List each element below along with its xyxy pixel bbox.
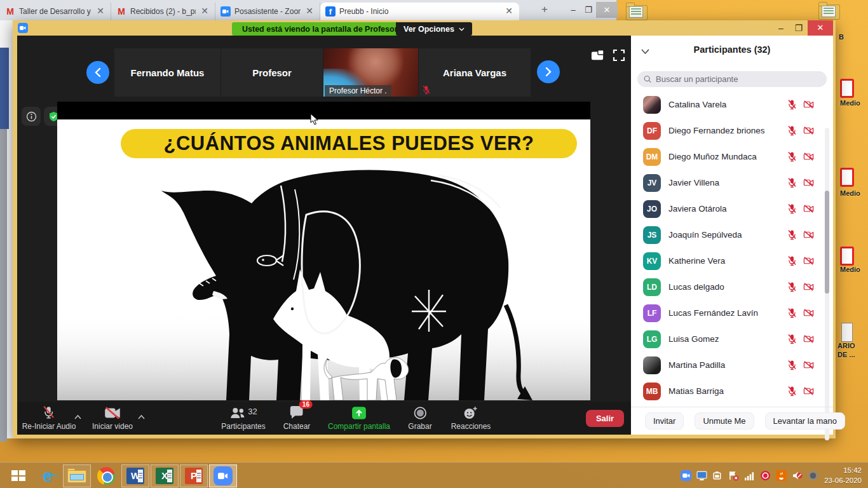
- filmstrip-previous-button[interactable]: [86, 61, 109, 84]
- zoom-minimize-button[interactable]: –: [772, 23, 790, 33]
- fullscreen-icon[interactable]: [613, 50, 625, 61]
- participant-row[interactable]: MBMatias Barriga: [631, 378, 823, 404]
- participant-row[interactable]: KVKatherine Vera: [631, 248, 823, 274]
- participant-status-icons: [787, 203, 814, 214]
- toolbar-chat-button[interactable]: 16Chatear: [283, 405, 311, 431]
- chevron-up-icon: [74, 415, 81, 419]
- participant-row[interactable]: LFLucas Fernández Lavín: [631, 300, 823, 326]
- java-tray-icon[interactable]: [776, 470, 787, 481]
- toolbar-cam-off-button[interactable]: Iniciar video: [92, 405, 133, 431]
- toolbar-chevron-up[interactable]: [74, 410, 81, 415]
- antivirus-tray-icon[interactable]: [760, 470, 771, 481]
- zoom-maximize-button[interactable]: ❐: [790, 23, 808, 33]
- mic-off-icon: [787, 308, 797, 318]
- participant-name: Diego Fernandez briones: [668, 126, 787, 135]
- tab-close-icon[interactable]: ✕: [504, 6, 514, 17]
- desktop-document-icon[interactable]: [840, 247, 854, 266]
- invite-button[interactable]: Invitar: [645, 412, 684, 430]
- desktop-document-icon[interactable]: [840, 168, 854, 187]
- toolbar-mic-off-button[interactable]: Re-Iniciar Audio: [22, 405, 76, 431]
- participant-name: Javier Villena: [668, 178, 787, 187]
- desktop-folder-icon[interactable]: [626, 3, 648, 20]
- taskbar-file-explorer-button[interactable]: [63, 464, 91, 487]
- filmstrip-next-button[interactable]: [537, 60, 560, 83]
- chevron-up-icon: [138, 415, 145, 419]
- taskbar-word-button[interactable]: W: [121, 464, 149, 487]
- browser-tab[interactable]: MTaller de Desarrollo y Potenci✕: [0, 3, 111, 20]
- mic-off-icon: [787, 229, 797, 240]
- desktop-document-icon[interactable]: [840, 79, 854, 98]
- taskbar-zoom-button[interactable]: [209, 464, 237, 487]
- taskbar-powerpoint-button[interactable]: P: [180, 464, 208, 487]
- tab-title: Posasistente - Zoom: [234, 7, 301, 16]
- desktop-document-icon[interactable]: [841, 323, 853, 342]
- tab-close-icon[interactable]: ✕: [95, 6, 105, 17]
- participant-row[interactable]: JVJavier Villena: [631, 170, 823, 196]
- browser-close-button[interactable]: ✕: [596, 2, 618, 18]
- tab-close-icon[interactable]: ✕: [200, 6, 210, 17]
- system-tray: [681, 463, 818, 488]
- browser-tab[interactable]: fPreubb - Inicio✕: [320, 3, 519, 20]
- battery-tray-icon[interactable]: [712, 470, 723, 481]
- participant-row[interactable]: JSJoaquín Sepúlveda: [631, 222, 823, 248]
- taskbar-internet-explorer-button[interactable]: e: [34, 464, 62, 487]
- participant-status-icons: [787, 255, 814, 266]
- volume-muted-icon[interactable]: [792, 470, 803, 481]
- mouse-cursor: [310, 113, 319, 126]
- desktop-folder-icon[interactable]: [818, 2, 840, 20]
- headset-tray-icon[interactable]: [808, 470, 818, 481]
- video-tile[interactable]: Profesor Héctor .: [323, 48, 418, 97]
- network-flag-icon[interactable]: [728, 470, 739, 481]
- taskbar-dock: eWXP: [4, 463, 238, 488]
- zoom-close-button[interactable]: ✕: [808, 20, 833, 36]
- participant-status-icons: [787, 177, 814, 188]
- browser-tab[interactable]: Posasistente - Zoom✕: [215, 3, 320, 20]
- screen-share-banner: Usted está viendo la pantalla de Profeso…: [232, 22, 408, 36]
- view-options-button[interactable]: Ver Opciones: [396, 22, 472, 36]
- gmail-icon: M: [116, 6, 126, 17]
- desktop-icon-label: Medio: [840, 189, 860, 197]
- zoom-tray-icon[interactable]: [681, 470, 691, 481]
- taskbar-chrome-button[interactable]: [92, 464, 120, 487]
- facebook-icon: f: [325, 6, 336, 17]
- participant-row[interactable]: LGLuisa Gomez: [631, 326, 823, 352]
- participant-search-input[interactable]: [656, 74, 820, 84]
- participant-row[interactable]: DFDiego Fernandez briones: [631, 118, 823, 144]
- gallery-view-icon[interactable]: [591, 50, 604, 61]
- display-tray-icon[interactable]: [696, 470, 707, 481]
- mic-off-icon: [787, 125, 797, 136]
- toolbar-reactions-button[interactable]: Reacciones: [451, 405, 491, 431]
- new-tab-button[interactable]: +: [536, 1, 553, 18]
- participant-row[interactable]: JOJaviera Otárola: [631, 196, 823, 222]
- participant-row[interactable]: Martina Padilla: [631, 352, 823, 378]
- tab-close-icon[interactable]: ✕: [304, 6, 315, 17]
- toolbar-record-button[interactable]: Grabar: [408, 405, 431, 431]
- video-tile[interactable]: Profesor: [221, 48, 323, 97]
- signal-bars-icon[interactable]: [744, 470, 755, 481]
- raise-hand-button[interactable]: Levantar la mano: [765, 412, 845, 430]
- browser-minimize-button[interactable]: –: [566, 5, 581, 15]
- video-tile[interactable]: Fernando Matus: [114, 48, 220, 97]
- browser-maximize-button[interactable]: ❐: [581, 5, 596, 15]
- mic-off-icon: [422, 85, 431, 95]
- video-tile[interactable]: Ariana Vargas: [419, 48, 531, 97]
- toolbar-chevron-up[interactable]: [138, 410, 145, 415]
- participant-search[interactable]: [637, 71, 827, 87]
- background-page-band: [0, 48, 9, 129]
- participant-row[interactable]: LDLucas delgado: [631, 274, 823, 300]
- mic-off-icon: [787, 386, 797, 396]
- taskbar-excel-button[interactable]: X: [151, 464, 179, 487]
- leave-meeting-button[interactable]: Salir: [586, 410, 624, 427]
- meeting-info-icon[interactable]: [22, 107, 41, 126]
- participant-row[interactable]: Catalina Varela: [631, 92, 823, 118]
- toolbar-participants-button[interactable]: 32Participantes: [221, 405, 265, 431]
- taskbar-clock[interactable]: 15:42 23-06-2020: [824, 465, 862, 485]
- chevron-down-icon: [459, 27, 465, 31]
- unmute-me-button[interactable]: Unmute Me: [695, 412, 754, 430]
- participant-row[interactable]: DMDiego Muñoz Mundaca: [631, 144, 823, 170]
- taskbar-start-button[interactable]: [4, 464, 32, 487]
- toolbar-share-button[interactable]: Compartir pantalla: [328, 405, 390, 431]
- browser-tab[interactable]: MRecibidos (2) - b_preubb@ub✕: [111, 3, 215, 20]
- participants-scrollbar-thumb[interactable]: [825, 191, 829, 294]
- view-options-label: Ver Opciones: [403, 25, 454, 34]
